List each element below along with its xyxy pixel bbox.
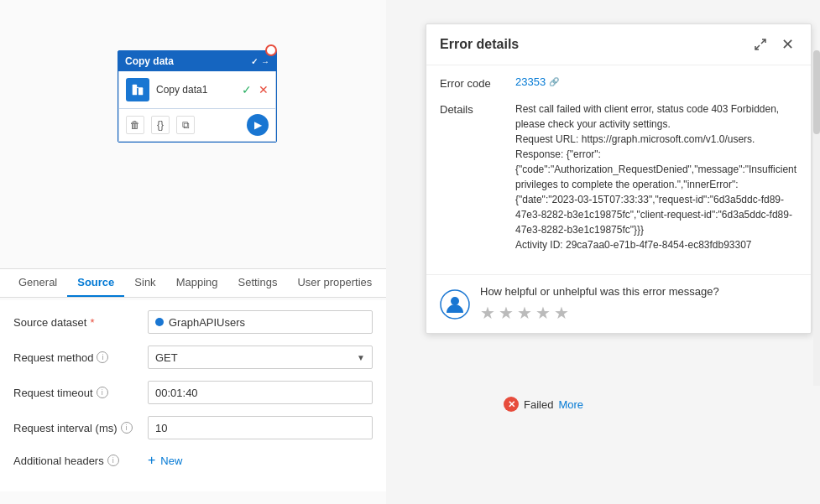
feedback-section: How helpful or unhelpful was this error … [426, 274, 811, 333]
source-dataset-input[interactable]: GraphAPIUsers [148, 310, 373, 334]
tab-source[interactable]: Source [67, 269, 124, 297]
feedback-avatar-icon [440, 289, 470, 320]
more-link[interactable]: More [558, 398, 583, 411]
failed-error-icon: ✕ [504, 397, 519, 412]
star-2[interactable]: ★ [499, 303, 514, 323]
node-type-icon [126, 78, 149, 101]
delete-node-button[interactable]: 🗑 [126, 116, 144, 134]
chevron-down-icon: ▼ [357, 353, 365, 362]
form-area: Source dataset * GraphAPIUsers Request m… [0, 300, 386, 491]
node-error-indicator [265, 44, 277, 56]
error-code-field-label: Error code [440, 75, 515, 90]
request-timeout-info-icon[interactable]: i [97, 387, 108, 398]
tab-settings[interactable]: Settings [228, 269, 288, 297]
request-interval-label: Request interval (ms) i [13, 422, 148, 434]
source-dataset-row: Source dataset * GraphAPIUsers [13, 310, 373, 334]
additional-headers-row: Additional headers i + New [13, 451, 373, 470]
request-interval-row: Request interval (ms) i [13, 416, 373, 439]
svg-point-3 [451, 297, 459, 305]
code-icon: {} [157, 119, 164, 131]
node-body: Copy data1 ✓ ✕ [118, 71, 276, 109]
tab-general[interactable]: General [8, 269, 67, 297]
node-header-icons: ✓ → [251, 57, 269, 66]
close-panel-button[interactable]: ✕ [777, 34, 797, 55]
required-indicator: * [90, 316, 94, 329]
copy-data-node: Copy data ✓ → Copy data1 ✓ [118, 50, 277, 143]
svg-rect-1 [138, 87, 143, 95]
node-status-x: ✕ [259, 83, 269, 96]
feedback-content: How helpful or unhelpful was this error … [480, 285, 797, 323]
trash-icon: 🗑 [130, 119, 140, 131]
copy-node-button[interactable]: ⧉ [176, 116, 195, 134]
request-interval-info-icon[interactable]: i [121, 422, 133, 434]
request-timeout-row: Request timeout i [13, 381, 373, 404]
external-link-icon: 🔗 [549, 77, 559, 86]
canvas-area: Copy data ✓ → Copy data1 ✓ [0, 0, 386, 504]
source-dataset-label: Source dataset * [13, 316, 148, 329]
request-method-label: Request method i [13, 351, 148, 364]
close-icon: ✕ [781, 35, 794, 54]
scroll-indicator [813, 50, 820, 386]
error-panel-title: Error details [440, 37, 519, 52]
error-panel-actions: ✕ [750, 34, 797, 55]
copy-icon: ⧉ [182, 119, 190, 131]
source-dataset-value: GraphAPIUsers [169, 316, 245, 329]
expand-panel-button[interactable] [750, 34, 770, 55]
request-interval-input[interactable] [148, 416, 373, 439]
request-method-value: GET [155, 351, 178, 364]
node-item-name: Copy data1 [156, 84, 235, 96]
node-actions: 🗑 {} ⧉ ▶ [118, 109, 276, 142]
star-1[interactable]: ★ [480, 303, 495, 323]
tabs-bar: General Source Sink Mapping Settings Use… [0, 269, 386, 298]
failed-label: Failed [524, 398, 553, 411]
tab-sink[interactable]: Sink [124, 269, 165, 297]
request-method-row: Request method i GET ▼ [13, 346, 373, 369]
tab-user-properties[interactable]: User properties [287, 269, 382, 297]
error-code-value: 23353 [515, 75, 546, 88]
error-panel-header: Error details ✕ [426, 24, 811, 65]
add-new-label: New [160, 455, 182, 467]
run-node-button[interactable]: ▶ [247, 114, 269, 136]
star-4[interactable]: ★ [535, 303, 551, 323]
tabs-section: General Source Sink Mapping Settings Use… [0, 268, 386, 298]
details-row: Details Rest call failed with client err… [440, 101, 797, 252]
request-timeout-input[interactable] [148, 381, 373, 404]
error-code-link[interactable]: 23353 🔗 [515, 75, 559, 88]
add-new-button[interactable]: + New [148, 451, 182, 470]
svg-rect-0 [133, 85, 137, 96]
error-panel-body: Error code 23353 🔗 Details Rest call fai… [426, 65, 811, 274]
star-rating: ★ ★ ★ ★ ★ [480, 303, 797, 323]
star-3[interactable]: ★ [517, 303, 532, 323]
plus-icon: + [148, 453, 155, 468]
node-title: Copy data [125, 55, 174, 67]
error-details-panel: Error details ✕ Error code 23353 🔗 Detai… [426, 23, 812, 334]
arrow-icon: → [261, 57, 269, 66]
tab-mapping[interactable]: Mapping [166, 269, 228, 297]
check-icon: ✓ [251, 57, 258, 66]
star-5[interactable]: ★ [554, 303, 569, 323]
feedback-question: How helpful or unhelpful was this error … [480, 285, 797, 298]
request-method-info-icon[interactable]: i [97, 351, 108, 363]
node-status-check: ✓ [242, 83, 252, 96]
node-header[interactable]: Copy data ✓ → [118, 51, 276, 71]
details-field-label: Details [440, 101, 515, 116]
dataset-dot-icon [155, 318, 164, 326]
scroll-thumb[interactable] [813, 50, 820, 134]
request-timeout-label: Request timeout i [13, 387, 148, 399]
additional-headers-label: Additional headers i [13, 455, 148, 467]
failed-status-area: ✕ Failed More [504, 397, 583, 412]
error-code-row: Error code 23353 🔗 [440, 75, 797, 90]
error-details-text: Rest call failed with client error, stat… [515, 101, 797, 252]
request-method-select[interactable]: GET ▼ [148, 346, 373, 369]
additional-headers-info-icon[interactable]: i [107, 455, 119, 466]
node-box: Copy data ✓ → Copy data1 ✓ [118, 50, 277, 143]
code-node-button[interactable]: {} [151, 116, 170, 134]
run-icon: ▶ [254, 119, 262, 131]
